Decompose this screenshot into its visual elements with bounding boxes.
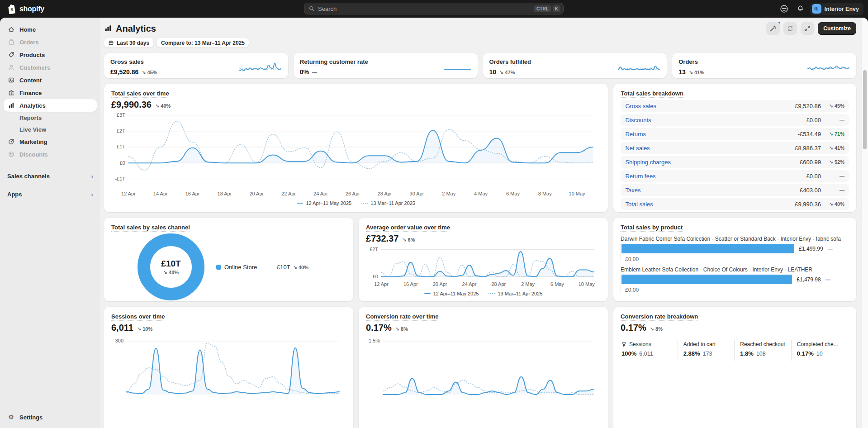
svg-text:4 May: 4 May: [474, 191, 488, 196]
sidebar-section-apps[interactable]: Apps ›: [4, 188, 97, 200]
shopify-logo[interactable]: S shopify: [8, 4, 44, 14]
customers-icon: [7, 64, 15, 71]
bell-icon: [797, 5, 804, 13]
funnel-steps: Sessions 100%6,011 Added to cart 2.88%17…: [621, 340, 849, 361]
sidebar-item-content[interactable]: Content: [4, 74, 97, 86]
channel-swatch: [216, 265, 221, 270]
svg-text:10 May: 10 May: [579, 281, 595, 287]
sidebar-settings-wrap: ⚙ Settings: [4, 411, 97, 423]
sidebar-item-settings[interactable]: ⚙ Settings: [4, 411, 97, 423]
sidebar-item-label: Home: [19, 26, 36, 33]
kbd-ctrl: CTRL: [534, 5, 551, 12]
card-title-link[interactable]: Conversion rate breakdown: [621, 313, 698, 321]
card-title-link[interactable]: Average order value over time: [366, 224, 450, 232]
sidebar-section-sales-channels[interactable]: Sales channels ›: [4, 170, 97, 182]
product-bar[interactable]: [621, 275, 792, 284]
breakdown-row: Gross sales£9,520.86↘ 45%: [621, 100, 849, 112]
finance-icon: [7, 89, 15, 96]
funnel-value: 0.17%: [621, 323, 646, 333]
metric-title-link[interactable]: Returning customer rate: [300, 58, 368, 66]
sessions-over-time-card: Sessions over time 6,011↘ 10% 300: [104, 307, 353, 428]
metric-value: 10: [489, 68, 497, 76]
aov-chart[interactable]: £2T£012 Apr16 Apr20 Apr24 Apr28 Apr2 May…: [366, 244, 598, 288]
sidebar-item-marketing[interactable]: Marketing: [4, 135, 97, 148]
sidebar-item-live-view[interactable]: Live View: [4, 124, 97, 135]
metric-title-link[interactable]: Orders fulfilled: [489, 58, 531, 66]
sales-by-channel-card: Total sales by sales channel £10T ↘ 40% …: [104, 218, 353, 301]
sidebar-item-reports[interactable]: Reports: [4, 112, 97, 124]
sidebar-item-label: Live View: [19, 126, 46, 133]
sidebar-item-products[interactable]: Products: [4, 48, 97, 61]
conversion-chart[interactable]: 1.5%: [366, 333, 598, 405]
customize-button[interactable]: Customize: [818, 22, 856, 35]
expand-icon: [804, 25, 811, 32]
svg-text:18 Apr: 18 Apr: [218, 191, 232, 196]
channel-legend-label: Online Store: [216, 264, 265, 271]
scrollbar-thumb[interactable]: [863, 70, 867, 149]
svg-text:2 May: 2 May: [442, 191, 455, 196]
sidebar-item-orders: Orders: [4, 36, 97, 48]
donut-center-change: ↘ 40%: [163, 270, 179, 276]
svg-text:12 Apr: 12 Apr: [374, 281, 389, 287]
primary-charts-row: Total sales over time £9,990.36↘ 40% £3T…: [104, 84, 856, 212]
card-title-link[interactable]: Total sales breakdown: [621, 90, 683, 98]
analytics-title-icon: [104, 24, 112, 33]
total-sales-over-time-card: Total sales over time £9,990.36↘ 40% £3T…: [104, 84, 608, 212]
notifications-button[interactable]: [794, 3, 807, 15]
channel-legend: Online Store £10T↘ 40%: [216, 264, 308, 271]
channel-donut-chart[interactable]: £10T ↘ 40%: [138, 233, 204, 300]
sidebar-item-label: Finance: [19, 90, 42, 96]
marketing-icon: [7, 138, 15, 145]
svg-text:£0: £0: [373, 274, 378, 279]
product-bar[interactable]: [621, 244, 794, 253]
metric-value: 13: [678, 68, 686, 76]
product-bars: £1,499.99— £0.00: [621, 244, 849, 262]
sessions-chart[interactable]: 300: [111, 333, 343, 405]
compare-filter[interactable]: Compare to: 13 Mar–11 Apr 2025: [157, 38, 249, 48]
conversion-breakdown-card: Conversion rate breakdown 0.17%↘ 8% Sess…: [613, 307, 856, 428]
total-sales-chart[interactable]: £3T£2T£1T£0-£1T12 Apr14 Apr16 Apr18 Apr2…: [111, 111, 598, 198]
product-value: £1,499.99: [799, 246, 823, 252]
dotted-line-swatch: [361, 203, 368, 204]
metric-title-link[interactable]: Gross sales: [110, 58, 144, 66]
store-avatar: IE: [812, 4, 821, 14]
sidebar-item-label: Analytics: [19, 102, 46, 109]
sidebar-item-label: Content: [19, 77, 42, 84]
product-row: Emblem Leather Sofa Collection - Choice …: [621, 266, 849, 293]
sidebar-item-finance[interactable]: Finance: [4, 86, 97, 99]
calendar-icon: [108, 40, 114, 46]
metric-title-link[interactable]: Orders: [678, 58, 698, 66]
card-title-link[interactable]: Total sales by product: [621, 224, 683, 232]
metric-card-orders-fulfilled: Orders fulfilled 10↘ 47%: [483, 53, 667, 78]
svg-text:£2T: £2T: [370, 247, 378, 252]
store-account-menu[interactable]: IE Interior Envy: [810, 3, 863, 15]
chart-legend: 12 Apr–11 May 2025 13 Mar–11 Apr 2025: [366, 291, 601, 296]
chevron-right-icon: ›: [91, 190, 93, 198]
shopify-bag-icon: S: [8, 4, 17, 14]
search-input[interactable]: Search CTRL K: [304, 3, 564, 14]
svg-text:12 Apr: 12 Apr: [121, 191, 136, 196]
conversion-rate-card: Conversion rate over time 0.17%↘ 8% 1.5%: [359, 307, 608, 428]
scrollbar-track[interactable]: [861, 18, 868, 428]
card-title-link[interactable]: Total sales by sales channel: [111, 224, 190, 232]
orders-fulfilled-sparkline: [617, 60, 660, 73]
refresh-button[interactable]: [783, 22, 797, 35]
sidebar-item-home[interactable]: Home: [4, 23, 97, 36]
legend-current-period: 12 Apr–11 May 2025: [424, 291, 479, 296]
sidekick-button[interactable]: [778, 3, 791, 15]
date-range-filter[interactable]: Last 30 days: [104, 38, 153, 48]
ai-insights-button[interactable]: [766, 22, 780, 35]
metric-cards-row: Gross sales £9,520.86↘ 45% Returning cus…: [104, 53, 856, 78]
sidebar-item-analytics[interactable]: Analytics: [4, 99, 97, 112]
breakdown-row: Shipping charges£600.99↘ 52%: [621, 156, 849, 168]
svg-text:£0: £0: [120, 160, 125, 166]
svg-text:20 Apr: 20 Apr: [249, 191, 264, 196]
average-order-value-card: Average order value over time £732.37↘ 6…: [359, 218, 608, 301]
fullscreen-button[interactable]: [801, 22, 814, 35]
product-row: Darwin Fabric Corner Sofa Collection - S…: [621, 236, 849, 262]
card-title-link[interactable]: Sessions over time: [111, 313, 165, 321]
product-compare-value: £0.00: [625, 287, 849, 293]
card-title-link[interactable]: Total sales over time: [111, 90, 169, 98]
card-title-link[interactable]: Conversion rate over time: [366, 313, 438, 321]
product-value: £1,479.98: [797, 276, 821, 283]
